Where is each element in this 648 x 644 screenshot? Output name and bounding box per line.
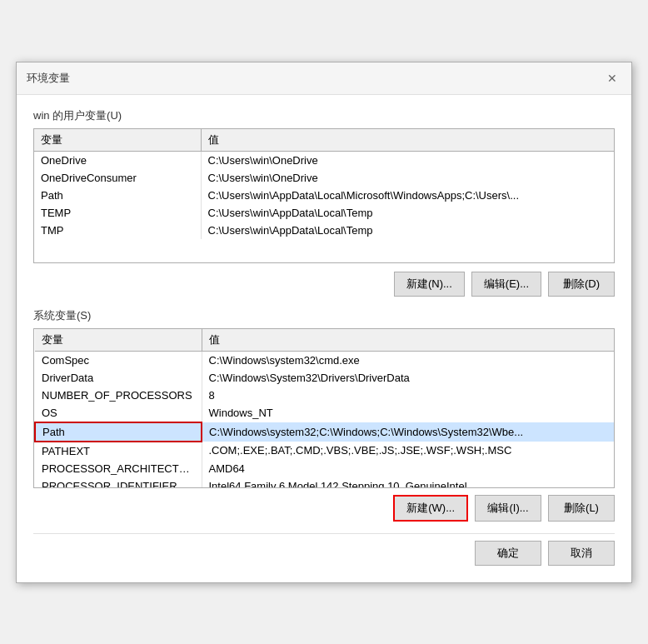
system-col-var-header: 变量 [35, 329, 202, 352]
var-cell: PATHEXT [35, 442, 202, 460]
table-row[interactable]: NUMBER_OF_PROCESSORS8 [35, 387, 614, 404]
user-section-label: win 的用户变量(U) [33, 108, 615, 123]
var-cell: OneDriveConsumer [34, 169, 201, 187]
user-buttons-row: 新建(N)... 编辑(E)... 删除(D) [33, 272, 615, 297]
table-row[interactable]: TMPC:\Users\win\AppData\Local\Temp [34, 222, 614, 239]
table-row[interactable]: PathC:\Windows\system32;C:\Windows;C:\Wi… [35, 422, 614, 442]
table-row[interactable]: PROCESSOR_IDENTIFIERIntel64 Family 6 Mod… [35, 477, 614, 487]
cancel-button[interactable]: 取消 [548, 541, 615, 566]
var-cell: TMP [34, 222, 201, 239]
var-cell: PROCESSOR_ARCHITECTURE [35, 460, 202, 477]
system-section-label: 系统变量(S) [33, 308, 615, 323]
system-table-scroll[interactable]: 变量 值 ComSpecC:\Windows\system32\cmd.exeD… [34, 329, 614, 487]
ok-button[interactable]: 确定 [475, 541, 541, 566]
val-cell: Intel64 Family 6 Model 142 Stepping 10, … [202, 477, 614, 487]
val-cell: C:\Users\win\AppData\Local\Microsoft\Win… [201, 187, 614, 204]
user-variables-table-container: 变量 值 OneDriveC:\Users\win\OneDriveOneDri… [33, 128, 615, 263]
table-row[interactable]: PATHEXT.COM;.EXE;.BAT;.CMD;.VBS;.VBE;.JS… [35, 442, 614, 460]
system-edit-button[interactable]: 编辑(I)... [475, 495, 541, 522]
title-bar: 环境变量 ✕ [17, 62, 631, 95]
table-row[interactable]: OSWindows_NT [35, 404, 614, 422]
val-cell: C:\Users\win\OneDrive [201, 169, 614, 187]
val-cell: C:\Users\win\AppData\Local\Temp [201, 222, 614, 239]
user-variables-table: 变量 值 OneDriveC:\Users\win\OneDriveOneDri… [34, 129, 614, 239]
var-cell: Path [34, 187, 201, 204]
table-row[interactable]: PROCESSOR_ARCHITECTUREAMD64 [35, 460, 614, 477]
var-cell: ComSpec [35, 351, 202, 369]
close-button[interactable]: ✕ [603, 69, 621, 87]
val-cell: C:\Windows\system32;C:\Windows;C:\Window… [202, 422, 614, 442]
table-row[interactable]: OneDriveC:\Users\win\OneDrive [34, 151, 614, 169]
var-cell: Path [35, 422, 202, 442]
system-variables-table: 变量 值 ComSpecC:\Windows\system32\cmd.exeD… [34, 329, 614, 487]
user-edit-button[interactable]: 编辑(E)... [471, 272, 541, 297]
val-cell: Windows_NT [202, 404, 614, 422]
val-cell: C:\Users\win\OneDrive [201, 151, 614, 169]
user-table-scroll[interactable]: 变量 值 OneDriveC:\Users\win\OneDriveOneDri… [34, 129, 614, 262]
user-col-var-header: 变量 [34, 129, 201, 152]
system-new-button[interactable]: 新建(W)... [393, 495, 468, 522]
user-delete-button[interactable]: 删除(D) [548, 272, 615, 297]
var-cell: OS [35, 404, 202, 422]
val-cell: .COM;.EXE;.BAT;.CMD;.VBS;.VBE;.JS;.JSE;.… [202, 442, 614, 460]
val-cell: C:\Windows\System32\Drivers\DriverData [202, 369, 614, 387]
user-col-val-header: 值 [201, 129, 614, 152]
val-cell: C:\Windows\system32\cmd.exe [202, 351, 614, 369]
system-col-val-header: 值 [202, 329, 614, 352]
var-cell: OneDrive [34, 151, 201, 169]
dialog-body: win 的用户变量(U) 变量 值 OneDriveC:\Users\win\O… [17, 95, 631, 582]
user-new-button[interactable]: 新建(N)... [394, 272, 465, 297]
environment-variables-dialog: 环境变量 ✕ win 的用户变量(U) 变量 值 OneDriveC:\User… [16, 62, 632, 583]
table-row[interactable]: ComSpecC:\Windows\system32\cmd.exe [35, 351, 614, 369]
system-variables-table-container: 变量 值 ComSpecC:\Windows\system32\cmd.exeD… [33, 328, 615, 488]
system-delete-button[interactable]: 删除(L) [548, 495, 615, 522]
bottom-buttons-row: 确定 取消 [33, 533, 615, 569]
val-cell: C:\Users\win\AppData\Local\Temp [201, 204, 614, 222]
table-row[interactable]: OneDriveConsumerC:\Users\win\OneDrive [34, 169, 614, 187]
var-cell: DriverData [35, 369, 202, 387]
var-cell: TEMP [34, 204, 201, 222]
var-cell: NUMBER_OF_PROCESSORS [35, 387, 202, 404]
val-cell: 8 [202, 387, 614, 404]
dialog-title: 环境变量 [27, 71, 70, 86]
val-cell: AMD64 [202, 460, 614, 477]
table-row[interactable]: DriverDataC:\Windows\System32\Drivers\Dr… [35, 369, 614, 387]
table-row[interactable]: PathC:\Users\win\AppData\Local\Microsoft… [34, 187, 614, 204]
system-buttons-row: 新建(W)... 编辑(I)... 删除(L) [33, 495, 615, 522]
var-cell: PROCESSOR_IDENTIFIER [35, 477, 202, 487]
table-row[interactable]: TEMPC:\Users\win\AppData\Local\Temp [34, 204, 614, 222]
